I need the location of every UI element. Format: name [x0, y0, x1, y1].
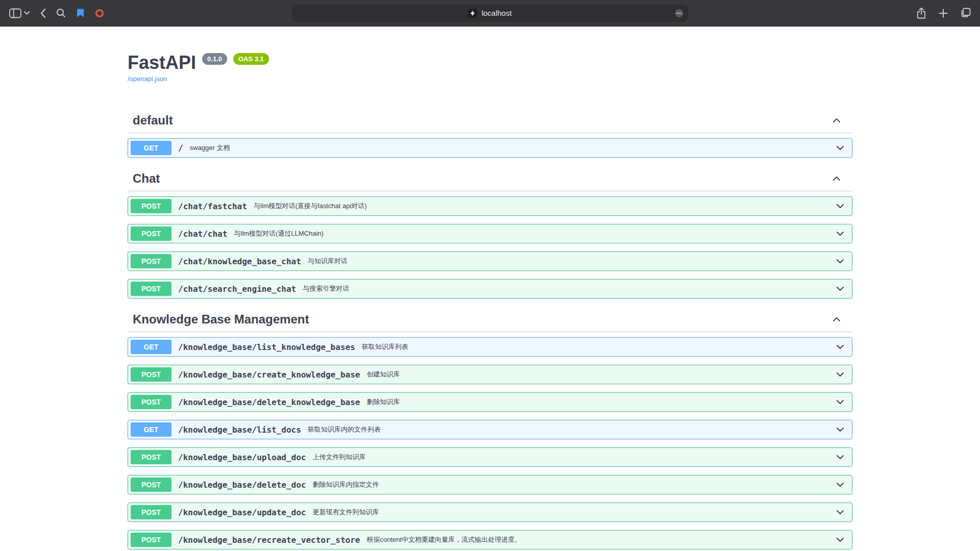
tab-overview-button[interactable] — [960, 8, 971, 18]
operation-path: /knowledge_base/delete_knowledge_base — [178, 397, 360, 407]
method-badge: POST — [131, 254, 172, 268]
operation-row[interactable]: POST /knowledge_base/recreate_vector_sto… — [128, 530, 852, 549]
url-text: localhost — [481, 9, 511, 17]
operation-row[interactable]: POST /knowledge_base/delete_knowledge_ba… — [128, 392, 852, 412]
operation-row[interactable]: POST /knowledge_base/delete_doc 删除知识库内指定… — [128, 475, 852, 494]
chevron-left-icon — [40, 8, 46, 18]
chevron-down-icon — [835, 342, 845, 352]
operation-path: /chat/search_engine_chat — [178, 284, 296, 294]
operation-summary: 删除知识库内指定文件 — [312, 480, 379, 489]
chevron-down-icon — [835, 229, 845, 239]
method-badge: GET — [131, 340, 172, 354]
operation-row[interactable]: GET /knowledge_base/list_docs 获取知识库内的文件列… — [128, 420, 852, 439]
chevron-down-icon — [835, 256, 845, 266]
operation-summary: 获取知识库列表 — [362, 342, 408, 352]
browser-toolbar: localhost — [0, 0, 980, 27]
section-header[interactable]: default — [128, 108, 852, 133]
content-wrapper: FastAPI 0.1.0 OAS 3.1 /openapi.json defa… — [117, 27, 863, 549]
openapi-spec-link[interactable]: /openapi.json — [128, 75, 167, 83]
pinned-tab-red-icon — [95, 9, 104, 18]
section-title: default — [133, 113, 173, 128]
method-badge: POST — [131, 505, 172, 519]
operation-path: /chat/chat — [178, 229, 227, 239]
sidebar-toggle-button[interactable] — [9, 8, 21, 18]
chevron-down-icon — [24, 11, 30, 15]
page-title: FastAPI 0.1.0 OAS 3.1 — [128, 52, 852, 73]
method-badge: GET — [131, 141, 172, 155]
operation-path: /knowledge_base/update_doc — [178, 508, 306, 517]
method-badge: POST — [131, 199, 172, 213]
tag-section: default GET / swagger 文档 — [128, 108, 852, 158]
chevron-up-icon — [831, 173, 842, 184]
operation-summary: 与搜索引擎对话 — [303, 284, 349, 293]
chevron-down-icon — [835, 452, 845, 462]
api-info: FastAPI 0.1.0 OAS 3.1 /openapi.json — [128, 27, 852, 83]
chevron-down-icon — [835, 535, 845, 545]
operation-path: / — [178, 143, 183, 153]
method-badge: POST — [131, 450, 172, 464]
chevron-down-icon — [835, 284, 845, 294]
tag-section: Knowledge Base Management GET /knowledge… — [128, 307, 852, 549]
version-badge: 0.1.0 — [202, 53, 227, 65]
share-icon — [916, 8, 926, 19]
operation-row[interactable]: POST /chat/fastchat 与llm模型对话(直接与fastchat… — [128, 196, 852, 216]
tag-section: Chat POST /chat/fastchat 与llm模型对话(直接与fas… — [128, 166, 852, 298]
operation-row[interactable]: POST /chat/chat 与llm模型对话(通过LLMChain) — [128, 224, 852, 243]
section-header[interactable]: Knowledge Base Management — [128, 307, 852, 332]
operation-summary: swagger 文档 — [190, 143, 230, 153]
ellipsis-icon — [675, 9, 683, 17]
pinned-tab-red[interactable] — [95, 9, 104, 18]
chevron-down-icon — [835, 480, 845, 490]
operation-summary: 与llm模型对话(直接与fastchat api对话) — [254, 202, 367, 211]
operation-row[interactable]: GET / swagger 文档 — [128, 138, 852, 158]
chevron-up-icon — [831, 115, 842, 126]
api-title-text: FastAPI — [128, 52, 196, 73]
chevron-down-icon — [835, 507, 845, 517]
method-badge: POST — [131, 367, 172, 382]
section-header[interactable]: Chat — [128, 166, 852, 191]
operation-path: /knowledge_base/list_docs — [178, 425, 301, 435]
operation-row[interactable]: POST /chat/knowledge_base_chat 与知识库对话 — [128, 252, 852, 271]
tab-overview-icon — [960, 8, 971, 18]
operation-row[interactable]: POST /knowledge_base/create_knowledge_ba… — [128, 365, 852, 384]
operation-summary: 与知识库对话 — [308, 257, 348, 266]
chevron-down-icon — [835, 201, 845, 211]
share-button[interactable] — [916, 8, 926, 19]
new-tab-button[interactable] — [939, 9, 948, 18]
oas-badge: OAS 3.1 — [233, 53, 269, 65]
operation-row[interactable]: GET /knowledge_base/list_knowledge_bases… — [128, 337, 852, 357]
operation-summary: 根据content中文档重建向量库，流式输出处理进度。 — [366, 535, 521, 544]
operation-path: /chat/knowledge_base_chat — [178, 257, 301, 266]
method-badge: POST — [131, 478, 172, 492]
api-sections: default GET / swagger 文档 Chat POST /chat… — [128, 108, 852, 549]
operation-row[interactable]: POST /chat/search_engine_chat 与搜索引擎对话 — [128, 279, 852, 298]
page-settings-button[interactable] — [675, 9, 683, 17]
section-operations: GET /knowledge_base/list_knowledge_bases… — [128, 337, 852, 549]
section-title: Knowledge Base Management — [133, 312, 309, 327]
operation-summary: 与llm模型对话(通过LLMChain) — [234, 229, 324, 238]
method-badge: POST — [131, 395, 172, 409]
operation-path: /knowledge_base/recreate_vector_store — [178, 535, 360, 545]
operation-path: /chat/fastchat — [178, 202, 247, 211]
method-badge: POST — [131, 227, 172, 241]
chevron-down-icon — [835, 397, 845, 407]
operation-summary: 创建知识库 — [366, 370, 400, 379]
swagger-page: FastAPI 0.1.0 OAS 3.1 /openapi.json defa… — [0, 27, 980, 551]
operation-summary: 获取知识库内的文件列表 — [308, 425, 381, 434]
section-title: Chat — [133, 171, 160, 186]
sidebar-menu-button[interactable] — [24, 11, 30, 15]
operation-path: /knowledge_base/upload_doc — [178, 453, 306, 462]
site-favicon-icon — [468, 9, 477, 18]
plus-icon — [939, 9, 948, 18]
search-button[interactable] — [56, 8, 66, 18]
operation-summary: 删除知识库 — [366, 397, 400, 407]
operation-row[interactable]: POST /knowledge_base/update_doc 更新现有文件到知… — [128, 503, 852, 522]
chevron-up-icon — [831, 314, 842, 325]
chevron-down-icon — [835, 143, 845, 153]
operation-row[interactable]: POST /knowledge_base/upload_doc 上传文件到知识库 — [128, 447, 852, 467]
pinned-tab-blue[interactable] — [76, 8, 85, 18]
address-bar[interactable]: localhost — [292, 5, 688, 22]
pinned-tab-blue-icon — [76, 8, 85, 18]
operation-summary: 上传文件到知识库 — [312, 453, 365, 462]
back-button[interactable] — [40, 8, 46, 18]
